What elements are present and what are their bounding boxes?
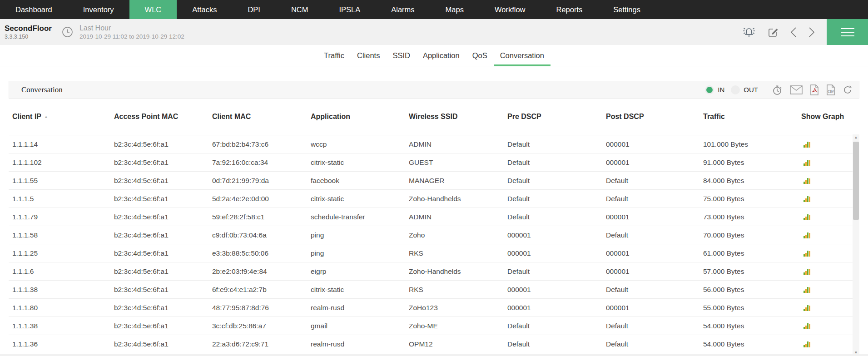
email-icon[interactable] bbox=[790, 85, 803, 94]
cell-traffic: 54.000 Bytes bbox=[703, 322, 801, 330]
nav-item-wlc[interactable]: WLC bbox=[129, 0, 177, 19]
direction-in-radio[interactable] bbox=[705, 85, 714, 94]
scrollbar-thumb[interactable] bbox=[853, 142, 859, 220]
column-header-wireless-ssid[interactable]: Wireless SSID ▲ bbox=[409, 113, 507, 121]
cell-pre-dscp: Default bbox=[507, 213, 606, 221]
nav-item-settings[interactable]: Settings bbox=[598, 0, 656, 19]
cell-pre-dscp: Default bbox=[507, 195, 606, 203]
column-header-label: Access Point MAC bbox=[114, 113, 178, 121]
show-graph-icon[interactable] bbox=[803, 177, 811, 184]
show-graph-icon[interactable] bbox=[803, 159, 811, 166]
show-graph-icon[interactable] bbox=[803, 268, 811, 275]
cell-traffic: 56.000 Bytes bbox=[703, 286, 801, 294]
column-header-access-point-mac[interactable]: Access Point MAC ▲ bbox=[114, 113, 212, 121]
nav-item-workflow[interactable]: Workflow bbox=[479, 0, 541, 19]
show-graph-icon[interactable] bbox=[803, 286, 811, 293]
column-header-label: Client MAC bbox=[212, 113, 251, 121]
cell-wireless-ssid: MANAGER bbox=[409, 177, 507, 185]
column-header-post-dscp[interactable]: Post DSCP ▲ bbox=[606, 113, 703, 121]
table-header-row: Client IP ▲ Access Point MAC ▲ Client MA… bbox=[9, 99, 859, 135]
cell-wireless-ssid: GUEST bbox=[409, 158, 507, 167]
column-header-label: Show Graph bbox=[801, 113, 844, 121]
nav-item-ncm[interactable]: NCM bbox=[276, 0, 324, 19]
period-label: Last Hour bbox=[79, 24, 184, 32]
direction-out-radio[interactable] bbox=[731, 85, 740, 94]
cell-ap-mac: b2:3c:4d:5e:6f:a1 bbox=[114, 231, 212, 239]
nav-item-ipsla[interactable]: IPSLA bbox=[323, 0, 376, 19]
nav-item-inventory[interactable]: Inventory bbox=[68, 0, 129, 19]
cell-application: ping bbox=[311, 249, 409, 257]
table-row: 1.1.1.5 b2:3c:4d:5e:6f:a1 5d:2a:4e:2e:0d… bbox=[9, 190, 859, 208]
tab-qos[interactable]: QoS bbox=[466, 45, 494, 66]
pdf-icon[interactable] bbox=[810, 84, 819, 95]
cell-traffic: 73.000 Bytes bbox=[703, 213, 801, 221]
tab-traffic[interactable]: Traffic bbox=[317, 45, 351, 66]
cell-client-ip: 1.1.1.6 bbox=[12, 267, 114, 276]
cell-traffic: 57.000 Bytes bbox=[703, 267, 801, 276]
cell-post-dscp: 000001 bbox=[606, 267, 703, 276]
table-row: 1.1.1.38 b2:3c:4d:5e:6f:a1 6f:e9:c4:e1:a… bbox=[9, 281, 859, 299]
cell-application: wccp bbox=[311, 140, 409, 148]
column-header-traffic[interactable]: Traffic ▲ bbox=[703, 113, 801, 121]
device-header: SecondFloor 3.3.3.150 Last Hour 2019-10-… bbox=[0, 19, 868, 45]
chevron-right-icon[interactable] bbox=[808, 27, 815, 38]
alarm-bell-icon[interactable] bbox=[742, 26, 756, 38]
nav-item-maps[interactable]: Maps bbox=[430, 0, 479, 19]
cell-post-dscp: 000001 bbox=[606, 213, 703, 221]
column-header-application[interactable]: Application ▲ bbox=[311, 113, 409, 121]
cell-wireless-ssid: ZoHo123 bbox=[409, 304, 507, 312]
time-period[interactable]: Last Hour 2019-10-29 11:02 to 2019-10-29… bbox=[79, 24, 184, 40]
tab-conversation[interactable]: Conversation bbox=[494, 45, 551, 66]
cell-application: citrix-static bbox=[311, 158, 409, 167]
scroll-up-icon[interactable]: ▲ bbox=[853, 134, 859, 141]
cell-post-dscp: 000001 bbox=[606, 304, 703, 312]
csv-icon[interactable]: CSV bbox=[826, 84, 835, 95]
menu-icon[interactable] bbox=[827, 19, 868, 45]
show-graph-icon[interactable] bbox=[803, 322, 811, 330]
cell-client-mac: 22:a3:d6:72:c9:71 bbox=[212, 340, 311, 348]
column-header-client-ip[interactable]: Client IP ▲ bbox=[12, 113, 114, 121]
show-graph-icon[interactable] bbox=[803, 232, 811, 239]
conversation-panel: Conversation IN OUT bbox=[9, 81, 859, 99]
column-header-pre-dscp[interactable]: Pre DSCP ▲ bbox=[507, 113, 606, 121]
table-row: 1.1.1.58 b2:3c:4d:5e:6f:a1 c9:df:0b:73:0… bbox=[9, 226, 859, 244]
column-header-client-mac[interactable]: Client MAC ▲ bbox=[212, 113, 311, 121]
cell-client-mac: 7a:92:16:0c:ca:34 bbox=[212, 158, 311, 167]
stopwatch-icon[interactable] bbox=[772, 84, 783, 95]
conversation-table: Client IP ▲ Access Point MAC ▲ Client MA… bbox=[9, 99, 859, 353]
table-body: 1.1.1.14 b2:3c:4d:5e:6f:a1 67:bd:b2:b4:7… bbox=[9, 135, 859, 353]
cell-client-mac: 2b:e2:03:f9:4e:84 bbox=[212, 267, 311, 276]
cell-pre-dscp: Default bbox=[507, 158, 606, 167]
show-graph-icon[interactable] bbox=[803, 250, 811, 257]
show-graph-icon[interactable] bbox=[803, 213, 811, 221]
edit-icon[interactable] bbox=[768, 27, 779, 38]
tab-ssid[interactable]: SSID bbox=[386, 45, 417, 66]
column-header-show-graph[interactable]: Show Graph ▲ bbox=[801, 113, 859, 121]
tab-clients[interactable]: Clients bbox=[351, 45, 386, 66]
cell-pre-dscp: 000001 bbox=[507, 304, 606, 312]
nav-item-reports[interactable]: Reports bbox=[541, 0, 598, 19]
show-graph-icon[interactable] bbox=[803, 141, 811, 148]
nav-item-dpi[interactable]: DPI bbox=[232, 0, 276, 19]
direction-in-label: IN bbox=[718, 86, 724, 94]
cell-post-dscp: 000001 bbox=[606, 249, 703, 257]
nav-item-alarms[interactable]: Alarms bbox=[376, 0, 430, 19]
nav-item-attacks[interactable]: Attacks bbox=[177, 0, 232, 19]
direction-out-label: OUT bbox=[744, 86, 758, 94]
cell-traffic: 70.000 Bytes bbox=[703, 231, 801, 239]
refresh-icon[interactable] bbox=[843, 85, 853, 95]
report-tabs: TrafficClientsSSIDApplicationQoSConversa… bbox=[0, 45, 868, 66]
cell-traffic: 91.000 Bytes bbox=[703, 158, 801, 167]
cell-ap-mac: b2:3c:4d:5e:6f:a1 bbox=[114, 158, 212, 167]
nav-item-dashboard[interactable]: Dashboard bbox=[0, 0, 68, 19]
chevron-left-icon[interactable] bbox=[790, 27, 797, 38]
cell-ap-mac: b2:3c:4d:5e:6f:a1 bbox=[114, 195, 212, 203]
show-graph-icon[interactable] bbox=[803, 341, 811, 348]
show-graph-icon[interactable] bbox=[803, 304, 811, 312]
cell-application: schedule-transfer bbox=[311, 213, 409, 221]
show-graph-icon[interactable] bbox=[803, 195, 811, 203]
svg-text:CSV: CSV bbox=[828, 90, 834, 93]
tab-application[interactable]: Application bbox=[417, 45, 466, 66]
cell-client-mac: 6f:e9:c4:e1:a2:7b bbox=[212, 286, 311, 294]
cell-post-dscp: Default bbox=[606, 340, 703, 348]
